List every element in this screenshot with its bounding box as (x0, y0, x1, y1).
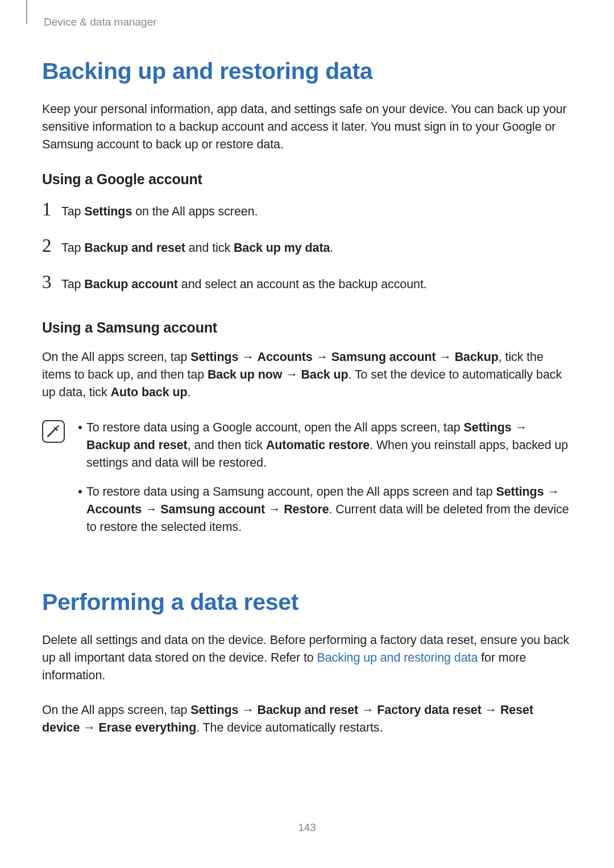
bullet-dot: • (74, 483, 86, 537)
txt-bold: Settings (190, 703, 238, 717)
arrow: → (512, 421, 527, 434)
step-3: 3 Tap Backup account and select an accou… (42, 273, 573, 293)
note-list: • To restore data using a Google account… (67, 419, 573, 548)
step-number-2: 2 (42, 236, 61, 255)
arrow: → (142, 502, 160, 516)
txt: , and then tick (188, 438, 266, 452)
txt: on the All apps screen. (132, 205, 258, 218)
txt: and select an account as the backup acco… (178, 277, 427, 291)
arrow: → (282, 368, 301, 381)
txt-bold: Accounts (86, 502, 142, 516)
txt: On the All apps screen, tap (42, 703, 190, 717)
txt: To restore data using a Samsung account,… (86, 485, 496, 499)
arrow: → (482, 703, 500, 717)
txt-bold: Auto back up (111, 385, 188, 399)
page-margin-line (26, 0, 27, 24)
arrow: → (358, 703, 377, 717)
heading-backing-up: Backing up and restoring data (42, 58, 573, 85)
txt-bold: Samsung account (160, 502, 265, 516)
txt: To restore data using a Google account, … (86, 421, 464, 434)
arrow: → (544, 485, 559, 499)
breadcrumb: Device & data manager (44, 16, 157, 28)
txt: . The device automatically restarts. (196, 721, 383, 734)
main-content: Backing up and restoring data Keep your … (42, 58, 573, 737)
txt-bold: Backup and reset (258, 703, 359, 717)
bullet-text: To restore data using a Samsung account,… (86, 483, 573, 537)
step-number-3: 3 (42, 273, 61, 292)
intro-paragraph: Keep your personal information, app data… (42, 101, 573, 154)
txt: and tick (185, 241, 234, 255)
note-icon (42, 420, 65, 443)
step-2-text: Tap Backup and reset and tick Back up my… (61, 237, 333, 257)
txt-bold: Accounts (258, 350, 313, 364)
bullet-dot: • (74, 419, 86, 472)
txt-bold: Backup and reset (86, 438, 188, 452)
txt-bold: Backup and reset (84, 241, 185, 255)
page-number: 143 (0, 821, 614, 834)
arrow: → (80, 721, 98, 734)
note-icon-wrap (42, 419, 67, 548)
txt-bold: Backup (455, 350, 499, 364)
step-2: 2 Tap Backup and reset and tick Back up … (42, 236, 573, 257)
txt-bold: Restore (284, 502, 329, 516)
samsung-paragraph: On the All apps screen, tap Settings → A… (42, 348, 573, 402)
txt: Tap (61, 277, 84, 291)
subheading-google: Using a Google account (42, 171, 573, 188)
arrow: → (313, 350, 331, 364)
reset-paragraph-1: Delete all settings and data on the devi… (42, 632, 573, 685)
txt-bold: Settings (464, 421, 512, 434)
arrow: → (265, 502, 284, 516)
txt-bold: Back up my data (234, 241, 330, 255)
txt: Tap (61, 241, 84, 255)
reset-paragraph-2: On the All apps screen, tap Settings → B… (42, 701, 573, 737)
txt: On the All apps screen, tap (42, 350, 190, 364)
step-number-1: 1 (42, 200, 61, 219)
arrow: → (238, 350, 257, 364)
txt-bold: Settings (496, 485, 544, 499)
bullet-item: • To restore data using a Samsung accoun… (74, 483, 573, 537)
txt: Tap (61, 205, 84, 218)
step-1: 1 Tap Settings on the All apps screen. (42, 200, 573, 221)
txt-bold: Backup account (84, 277, 178, 291)
bullet-item: • To restore data using a Google account… (74, 419, 573, 472)
txt-bold: Erase everything (99, 721, 197, 734)
txt: . (330, 241, 333, 255)
txt: . (188, 385, 191, 399)
link-backing-up[interactable]: Backing up and restoring data (317, 651, 478, 665)
txt-bold: Back up now (208, 368, 283, 381)
txt-bold: Settings (84, 205, 132, 218)
txt-bold: Settings (190, 350, 238, 364)
txt-bold: Back up (301, 368, 349, 381)
note-block: • To restore data using a Google account… (42, 419, 573, 548)
arrow: → (436, 350, 455, 364)
step-3-text: Tap Backup account and select an account… (61, 273, 427, 293)
txt-bold: Factory data reset (377, 703, 481, 717)
txt-bold: Samsung account (331, 350, 436, 364)
step-1-text: Tap Settings on the All apps screen. (61, 201, 258, 221)
arrow: → (238, 703, 257, 717)
subheading-samsung: Using a Samsung account (42, 319, 573, 336)
heading-data-reset: Performing a data reset (42, 589, 573, 616)
bullet-text: To restore data using a Google account, … (86, 419, 573, 472)
txt-bold: Automatic restore (266, 438, 370, 452)
